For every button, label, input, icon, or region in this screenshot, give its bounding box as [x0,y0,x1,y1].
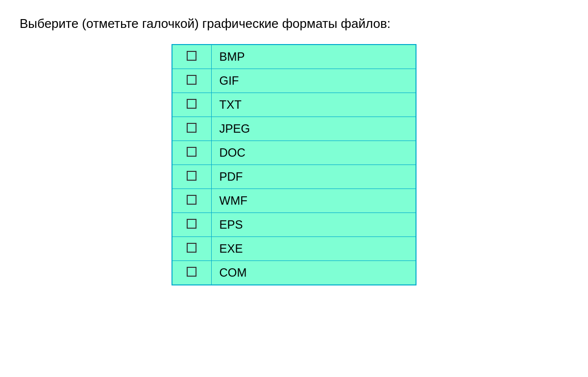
checkbox-icon-8[interactable] [187,243,196,253]
checkbox-cell-7[interactable] [172,213,211,237]
format-label-6: WMF [211,189,416,213]
checkbox-icon-7[interactable] [187,219,196,229]
table-row[interactable]: EXE [172,237,416,261]
table-row[interactable]: WMF [172,189,416,213]
checkbox-cell-5[interactable] [172,165,211,189]
checkbox-cell-1[interactable] [172,69,211,93]
checkbox-cell-9[interactable] [172,261,211,285]
table-row[interactable]: EPS [172,213,416,237]
checkbox-cell-6[interactable] [172,189,211,213]
format-label-1: GIF [211,69,416,93]
checkbox-cell-8[interactable] [172,237,211,261]
table-row[interactable]: TXT [172,93,416,117]
checkbox-cell-3[interactable] [172,117,211,141]
checkbox-icon-4[interactable] [187,147,196,157]
format-label-2: TXT [211,93,416,117]
instruction-text: Выберите (отметьте галочкой) графические… [20,15,391,32]
table-row[interactable]: PDF [172,165,416,189]
format-label-5: PDF [211,165,416,189]
checkbox-icon-1[interactable] [187,75,196,85]
format-label-9: COM [211,261,416,285]
checkbox-icon-9[interactable] [187,267,196,277]
checkbox-cell-0[interactable] [172,45,211,69]
table-row[interactable]: COM [172,261,416,285]
table-row[interactable]: DOC [172,141,416,165]
format-label-7: EPS [211,213,416,237]
table-row[interactable]: BMP [172,45,416,69]
checkbox-icon-5[interactable] [187,171,196,181]
checkbox-cell-2[interactable] [172,93,211,117]
format-label-3: JPEG [211,117,416,141]
checklist-table: BMPGIFTXTJPEGDOCPDFWMFEPSEXECOM [172,44,416,285]
table-row[interactable]: GIF [172,69,416,93]
checkbox-icon-2[interactable] [187,99,196,109]
checkbox-icon-6[interactable] [187,195,196,205]
table-row[interactable]: JPEG [172,117,416,141]
table-wrapper: BMPGIFTXTJPEGDOCPDFWMFEPSEXECOM [20,44,568,285]
format-label-0: BMP [211,45,416,69]
checkbox-cell-4[interactable] [172,141,211,165]
checkbox-icon-0[interactable] [187,51,196,61]
format-label-4: DOC [211,141,416,165]
checkbox-icon-3[interactable] [187,123,196,133]
format-label-8: EXE [211,237,416,261]
